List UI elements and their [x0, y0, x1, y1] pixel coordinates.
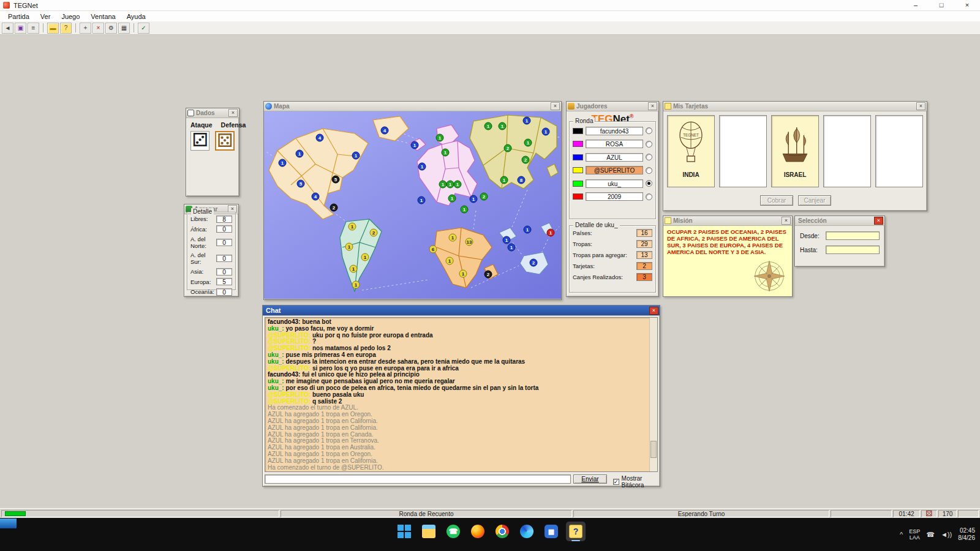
tray-chevron-icon[interactable]: ^	[900, 531, 903, 538]
army-marker[interactable]: 1	[449, 234, 457, 242]
explorer-icon[interactable]	[419, 522, 439, 541]
seleccion-titlebar[interactable]: Selección ×	[795, 216, 884, 226]
card-slot[interactable]	[719, 115, 767, 187]
dice-panel-icon[interactable]: ▣	[15, 23, 26, 34]
army-marker[interactable]: 1	[418, 197, 426, 204]
cards-panel-icon[interactable]: ▬	[47, 23, 59, 34]
mision-titlebar[interactable]: Misión ×	[663, 216, 792, 226]
army-marker[interactable]: 4	[316, 134, 324, 142]
army-marker[interactable]: 1	[279, 159, 287, 167]
army-marker[interactable]: 2	[480, 193, 488, 201]
player-radio[interactable]	[646, 127, 652, 134]
army-marker[interactable]: 1	[470, 195, 478, 203]
army-marker[interactable]: 5	[297, 180, 305, 188]
menu-ventana[interactable]: Ventana	[85, 12, 121, 21]
canjear-button[interactable]: Canjear	[798, 195, 831, 206]
player-radio[interactable]	[646, 154, 652, 160]
army-marker[interactable]: 1	[296, 150, 304, 158]
minimize-button[interactable]: –	[903, 0, 929, 11]
chat-scrollbar[interactable]	[649, 318, 657, 471]
chat-input[interactable]	[265, 474, 571, 484]
army-marker[interactable]: 1	[352, 152, 360, 160]
tarjetas-titlebar[interactable]: Mis Tarjetas ×	[663, 102, 927, 111]
tarjetas-close-button[interactable]: ×	[916, 102, 925, 110]
chat-close-button[interactable]: ×	[649, 307, 658, 315]
dados-titlebar[interactable]: Dados ×	[186, 108, 239, 118]
cobrar-button[interactable]: Cobrar	[760, 195, 793, 206]
army-marker[interactable]: 1	[350, 265, 358, 273]
army-marker[interactable]: 2	[370, 229, 378, 237]
player-radio[interactable]	[646, 167, 652, 174]
chat-titlebar[interactable]: Chat ×	[263, 305, 660, 316]
chrome-icon[interactable]	[492, 522, 512, 541]
army-marker[interactable]: 2	[504, 144, 512, 152]
army-marker[interactable]: 1	[459, 270, 467, 278]
window-layout-icon[interactable]: ▦	[118, 23, 130, 34]
army-marker[interactable]: 1	[524, 226, 532, 234]
army-marker[interactable]: 1	[454, 181, 462, 189]
whatsapp-icon[interactable]: ☎	[443, 522, 463, 541]
seleccion-close-button[interactable]: ×	[874, 217, 883, 225]
hasta-field[interactable]	[826, 246, 880, 254]
army-marker[interactable]: 2	[330, 204, 338, 212]
army-marker[interactable]: 2	[522, 156, 530, 164]
confirm-turn-icon[interactable]: ✓	[138, 23, 149, 34]
army-marker[interactable]: 5	[332, 176, 340, 184]
army-marker[interactable]: 1	[446, 257, 454, 265]
army-marker[interactable]: 1	[352, 281, 360, 289]
army-marker[interactable]: 1	[523, 117, 531, 125]
army-marker[interactable]: 1	[345, 243, 353, 251]
close-button[interactable]: ×	[954, 0, 980, 11]
army-marker[interactable]: 1	[442, 149, 450, 157]
army-marker[interactable]: 4	[381, 127, 389, 135]
attack-die[interactable]: ⚂	[190, 131, 209, 151]
add-troops-icon[interactable]: +	[80, 23, 91, 34]
card-slot[interactable]: ISRAEL	[771, 115, 819, 187]
firefox-icon[interactable]	[468, 522, 488, 541]
mapa-close-button[interactable]: ×	[551, 102, 560, 110]
player-radio[interactable]	[646, 141, 652, 148]
army-marker[interactable]: 1	[508, 244, 516, 252]
jugadores-close-button[interactable]: ×	[648, 102, 657, 110]
card-slot[interactable]	[823, 115, 871, 187]
volume-icon[interactable]: ◄))	[941, 531, 952, 538]
army-marker[interactable]: 1	[503, 236, 511, 244]
desde-field[interactable]	[826, 231, 880, 240]
army-marker[interactable]: 4	[312, 193, 320, 201]
player-radio[interactable]	[646, 180, 652, 187]
menu-juego[interactable]: Juego	[56, 12, 85, 21]
mapa-titlebar[interactable]: Mapa ×	[264, 102, 561, 111]
player-radio[interactable]	[646, 193, 652, 200]
window-titlebar[interactable]: TEGNet – □ ×	[0, 0, 980, 11]
start-icon[interactable]	[394, 522, 414, 541]
army-marker[interactable]: 1	[500, 176, 508, 184]
send-button[interactable]: Enviar	[573, 474, 607, 484]
calculator-icon[interactable]: ▦	[541, 522, 561, 541]
card-slot[interactable]: TEGNET INDIA	[667, 115, 715, 187]
army-marker[interactable]: 1	[461, 206, 469, 214]
detail-list-icon[interactable]: ≡	[28, 23, 39, 34]
army-marker[interactable]: 1	[542, 128, 550, 136]
menu-ayuda[interactable]: Ayuda	[121, 12, 151, 21]
army-marker[interactable]: 1	[418, 163, 426, 171]
army-marker[interactable]: 13	[466, 238, 473, 246]
chat-scrollbar-thumb[interactable]	[650, 441, 657, 458]
army-marker[interactable]: 1	[411, 141, 419, 149]
army-marker[interactable]: 8	[518, 176, 526, 184]
army-marker[interactable]: 1	[361, 253, 369, 261]
world-map[interactable]: 4411155421111111111121111212811211116113…	[264, 111, 561, 299]
army-marker[interactable]: 1	[484, 122, 492, 130]
army-marker[interactable]: 1	[349, 223, 356, 231]
army-marker[interactable]: 1	[436, 134, 444, 142]
menu-ver[interactable]: Ver	[35, 12, 56, 21]
army-marker[interactable]: 1	[499, 122, 507, 130]
menu-partida[interactable]: Partida	[2, 12, 35, 21]
army-marker[interactable]: 2	[484, 271, 492, 279]
cancel-action-icon[interactable]: ×	[92, 23, 104, 34]
bitacora-checkbox[interactable]: ✓	[613, 479, 619, 485]
speaker-icon[interactable]: ◄	[2, 23, 13, 34]
dados-close-button[interactable]: ×	[228, 109, 238, 117]
mision-close-button[interactable]: ×	[782, 217, 791, 225]
clock[interactable]: 02:458/4/26	[958, 527, 975, 542]
jugadores-titlebar[interactable]: Jugadores ×	[567, 102, 658, 111]
